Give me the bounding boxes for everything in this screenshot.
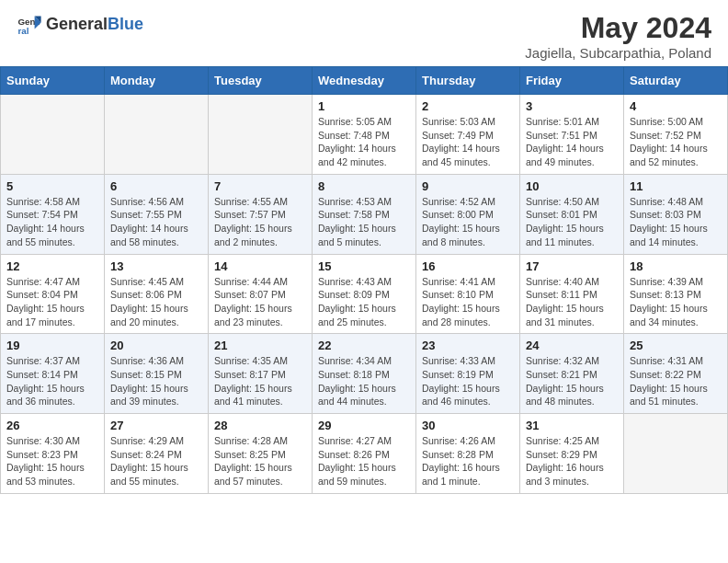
day-info: Sunrise: 4:43 AM Sunset: 8:09 PM Dayligh… [318, 275, 410, 329]
day-info: Sunrise: 4:58 AM Sunset: 7:54 PM Dayligh… [6, 195, 98, 249]
day-number: 22 [318, 339, 410, 352]
calendar-day-cell: 7Sunrise: 4:55 AM Sunset: 7:57 PM Daylig… [209, 174, 313, 254]
day-number: 2 [422, 99, 514, 113]
day-number: 29 [318, 419, 410, 432]
day-number: 27 [110, 419, 202, 432]
calendar-day-cell: 8Sunrise: 4:53 AM Sunset: 7:58 PM Daylig… [313, 174, 416, 254]
calendar-day-cell: 11Sunrise: 4:48 AM Sunset: 8:03 PM Dayli… [624, 174, 728, 254]
day-info: Sunrise: 4:35 AM Sunset: 8:17 PM Dayligh… [214, 354, 306, 408]
day-info: Sunrise: 4:32 AM Sunset: 8:21 PM Dayligh… [526, 354, 618, 408]
calendar-day-cell: 13Sunrise: 4:45 AM Sunset: 8:06 PM Dayli… [105, 254, 209, 334]
calendar-day-cell: 22Sunrise: 4:34 AM Sunset: 8:18 PM Dayli… [313, 334, 416, 414]
calendar-week-row: 1Sunrise: 5:05 AM Sunset: 7:48 PM Daylig… [1, 95, 728, 175]
day-info: Sunrise: 4:40 AM Sunset: 8:11 PM Dayligh… [526, 275, 618, 329]
day-info: Sunrise: 4:50 AM Sunset: 8:01 PM Dayligh… [526, 195, 618, 249]
day-info: Sunrise: 4:52 AM Sunset: 8:00 PM Dayligh… [422, 195, 514, 249]
calendar-empty-cell [209, 95, 313, 175]
day-of-week-header: Tuesday [209, 67, 313, 95]
day-number: 30 [422, 419, 514, 432]
day-info: Sunrise: 4:37 AM Sunset: 8:14 PM Dayligh… [6, 354, 98, 408]
calendar-day-cell: 12Sunrise: 4:47 AM Sunset: 8:04 PM Dayli… [1, 254, 105, 334]
day-info: Sunrise: 4:26 AM Sunset: 8:28 PM Dayligh… [422, 434, 514, 488]
day-info: Sunrise: 4:29 AM Sunset: 8:24 PM Dayligh… [110, 434, 202, 488]
day-number: 4 [630, 99, 722, 113]
calendar-day-cell: 20Sunrise: 4:36 AM Sunset: 8:15 PM Dayli… [105, 334, 209, 414]
calendar-week-row: 26Sunrise: 4:30 AM Sunset: 8:23 PM Dayli… [1, 414, 728, 494]
month-title: May 2024 [525, 11, 711, 45]
calendar-day-cell: 16Sunrise: 4:41 AM Sunset: 8:10 PM Dayli… [416, 254, 520, 334]
calendar-day-cell: 28Sunrise: 4:28 AM Sunset: 8:25 PM Dayli… [209, 414, 313, 494]
day-info: Sunrise: 5:03 AM Sunset: 7:49 PM Dayligh… [422, 115, 514, 169]
day-info: Sunrise: 4:45 AM Sunset: 8:06 PM Dayligh… [110, 275, 202, 329]
calendar-day-cell: 9Sunrise: 4:52 AM Sunset: 8:00 PM Daylig… [416, 174, 520, 254]
calendar-day-cell: 17Sunrise: 4:40 AM Sunset: 8:11 PM Dayli… [520, 254, 624, 334]
day-info: Sunrise: 4:44 AM Sunset: 8:07 PM Dayligh… [214, 275, 306, 329]
day-number: 13 [110, 259, 202, 273]
day-number: 21 [214, 339, 306, 352]
day-of-week-header: Saturday [624, 67, 728, 95]
svg-text:ral: ral [17, 26, 28, 36]
day-number: 8 [318, 179, 410, 193]
day-of-week-header: Monday [105, 67, 209, 95]
day-info: Sunrise: 4:39 AM Sunset: 8:13 PM Dayligh… [630, 275, 722, 329]
calendar-week-row: 5Sunrise: 4:58 AM Sunset: 7:54 PM Daylig… [1, 174, 728, 254]
day-number: 5 [6, 179, 98, 193]
calendar-day-cell: 24Sunrise: 4:32 AM Sunset: 8:21 PM Dayli… [520, 334, 624, 414]
day-number: 16 [422, 259, 514, 273]
logo: Gene ral GeneralBlue [17, 11, 143, 37]
calendar-day-cell: 26Sunrise: 4:30 AM Sunset: 8:23 PM Dayli… [1, 414, 105, 494]
calendar-day-cell: 19Sunrise: 4:37 AM Sunset: 8:14 PM Dayli… [1, 334, 105, 414]
day-info: Sunrise: 4:47 AM Sunset: 8:04 PM Dayligh… [6, 275, 98, 329]
day-number: 24 [526, 339, 618, 352]
calendar-day-cell: 14Sunrise: 4:44 AM Sunset: 8:07 PM Dayli… [209, 254, 313, 334]
day-number: 3 [526, 99, 618, 113]
calendar-day-cell: 6Sunrise: 4:56 AM Sunset: 7:55 PM Daylig… [105, 174, 209, 254]
calendar-day-cell: 25Sunrise: 4:31 AM Sunset: 8:22 PM Dayli… [624, 334, 728, 414]
calendar-table: SundayMondayTuesdayWednesdayThursdayFrid… [0, 66, 728, 494]
day-info: Sunrise: 4:56 AM Sunset: 7:55 PM Dayligh… [110, 195, 202, 249]
day-number: 26 [6, 419, 98, 432]
day-number: 28 [214, 419, 306, 432]
calendar-week-row: 19Sunrise: 4:37 AM Sunset: 8:14 PM Dayli… [1, 334, 728, 414]
calendar-empty-cell [624, 414, 728, 494]
day-info: Sunrise: 4:30 AM Sunset: 8:23 PM Dayligh… [6, 434, 98, 488]
calendar-day-cell: 2Sunrise: 5:03 AM Sunset: 7:49 PM Daylig… [416, 95, 520, 175]
day-of-week-header: Thursday [416, 67, 520, 95]
calendar-day-cell: 30Sunrise: 4:26 AM Sunset: 8:28 PM Dayli… [416, 414, 520, 494]
day-info: Sunrise: 4:25 AM Sunset: 8:29 PM Dayligh… [526, 434, 618, 488]
day-number: 6 [110, 179, 202, 193]
day-info: Sunrise: 5:00 AM Sunset: 7:52 PM Dayligh… [630, 115, 722, 169]
day-info: Sunrise: 5:01 AM Sunset: 7:51 PM Dayligh… [526, 115, 618, 169]
day-info: Sunrise: 4:31 AM Sunset: 8:22 PM Dayligh… [630, 354, 722, 408]
day-info: Sunrise: 4:55 AM Sunset: 7:57 PM Dayligh… [214, 195, 306, 249]
day-number: 9 [422, 179, 514, 193]
day-info: Sunrise: 4:48 AM Sunset: 8:03 PM Dayligh… [630, 195, 722, 249]
calendar-day-cell: 15Sunrise: 4:43 AM Sunset: 8:09 PM Dayli… [313, 254, 416, 334]
calendar-week-row: 12Sunrise: 4:47 AM Sunset: 8:04 PM Dayli… [1, 254, 728, 334]
day-info: Sunrise: 4:36 AM Sunset: 8:15 PM Dayligh… [110, 354, 202, 408]
calendar-day-cell: 10Sunrise: 4:50 AM Sunset: 8:01 PM Dayli… [520, 174, 624, 254]
title-block: May 2024 Jagiella, Subcarpathia, Poland [525, 11, 711, 61]
calendar-empty-cell [105, 95, 209, 175]
day-info: Sunrise: 4:28 AM Sunset: 8:25 PM Dayligh… [214, 434, 306, 488]
day-number: 7 [214, 179, 306, 193]
calendar-day-cell: 4Sunrise: 5:00 AM Sunset: 7:52 PM Daylig… [624, 95, 728, 175]
logo-blue-text: Blue [108, 15, 143, 34]
day-number: 1 [318, 99, 410, 113]
day-number: 11 [630, 179, 722, 193]
calendar-day-cell: 1Sunrise: 5:05 AM Sunset: 7:48 PM Daylig… [313, 95, 416, 175]
calendar-header-row: SundayMondayTuesdayWednesdayThursdayFrid… [1, 67, 728, 95]
logo-icon: Gene ral [17, 11, 42, 37]
day-info: Sunrise: 4:41 AM Sunset: 8:10 PM Dayligh… [422, 275, 514, 329]
calendar-day-cell: 31Sunrise: 4:25 AM Sunset: 8:29 PM Dayli… [520, 414, 624, 494]
calendar-empty-cell [1, 95, 105, 175]
calendar-day-cell: 27Sunrise: 4:29 AM Sunset: 8:24 PM Dayli… [105, 414, 209, 494]
day-number: 23 [422, 339, 514, 352]
calendar-day-cell: 5Sunrise: 4:58 AM Sunset: 7:54 PM Daylig… [1, 174, 105, 254]
day-number: 14 [214, 259, 306, 273]
day-of-week-header: Sunday [1, 67, 105, 95]
day-info: Sunrise: 4:27 AM Sunset: 8:26 PM Dayligh… [318, 434, 410, 488]
day-info: Sunrise: 4:34 AM Sunset: 8:18 PM Dayligh… [318, 354, 410, 408]
day-number: 15 [318, 259, 410, 273]
location-title: Jagiella, Subcarpathia, Poland [525, 45, 711, 61]
